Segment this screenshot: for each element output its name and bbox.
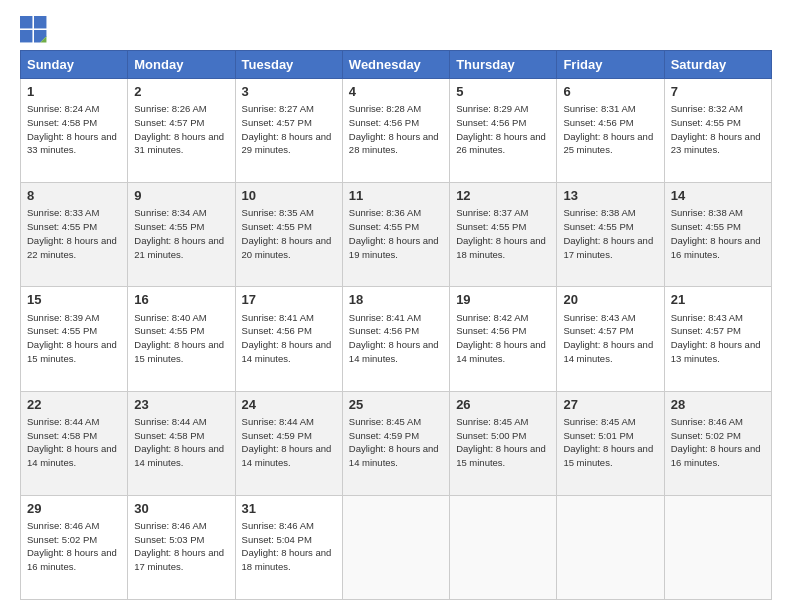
cell-info: Sunrise: 8:43 AMSunset: 4:57 PMDaylight:…: [671, 311, 765, 366]
day-number: 17: [242, 291, 336, 309]
day-number: 20: [563, 291, 657, 309]
cell-info: Sunrise: 8:29 AMSunset: 4:56 PMDaylight:…: [456, 102, 550, 157]
day-number: 18: [349, 291, 443, 309]
cell-info: Sunrise: 8:41 AMSunset: 4:56 PMDaylight:…: [349, 311, 443, 366]
calendar-cell: 15Sunrise: 8:39 AMSunset: 4:55 PMDayligh…: [21, 287, 128, 391]
calendar-cell: [450, 495, 557, 599]
day-number: 6: [563, 83, 657, 101]
col-header-thursday: Thursday: [450, 51, 557, 79]
week-row-4: 22Sunrise: 8:44 AMSunset: 4:58 PMDayligh…: [21, 391, 772, 495]
calendar-cell: 30Sunrise: 8:46 AMSunset: 5:03 PMDayligh…: [128, 495, 235, 599]
calendar-cell: 22Sunrise: 8:44 AMSunset: 4:58 PMDayligh…: [21, 391, 128, 495]
cell-info: Sunrise: 8:38 AMSunset: 4:55 PMDaylight:…: [563, 206, 657, 261]
cell-info: Sunrise: 8:24 AMSunset: 4:58 PMDaylight:…: [27, 102, 121, 157]
calendar-cell: 3Sunrise: 8:27 AMSunset: 4:57 PMDaylight…: [235, 79, 342, 183]
cell-info: Sunrise: 8:42 AMSunset: 4:56 PMDaylight:…: [456, 311, 550, 366]
calendar-cell: 11Sunrise: 8:36 AMSunset: 4:55 PMDayligh…: [342, 183, 449, 287]
cell-info: Sunrise: 8:39 AMSunset: 4:55 PMDaylight:…: [27, 311, 121, 366]
cell-info: Sunrise: 8:28 AMSunset: 4:56 PMDaylight:…: [349, 102, 443, 157]
week-row-5: 29Sunrise: 8:46 AMSunset: 5:02 PMDayligh…: [21, 495, 772, 599]
cell-info: Sunrise: 8:31 AMSunset: 4:56 PMDaylight:…: [563, 102, 657, 157]
calendar-cell: [557, 495, 664, 599]
day-number: 13: [563, 187, 657, 205]
top-bar: [20, 16, 772, 44]
logo: [20, 16, 52, 44]
day-number: 28: [671, 396, 765, 414]
day-number: 11: [349, 187, 443, 205]
calendar-cell: 5Sunrise: 8:29 AMSunset: 4:56 PMDaylight…: [450, 79, 557, 183]
cell-info: Sunrise: 8:46 AMSunset: 5:04 PMDaylight:…: [242, 519, 336, 574]
calendar-cell: 18Sunrise: 8:41 AMSunset: 4:56 PMDayligh…: [342, 287, 449, 391]
calendar-cell: 27Sunrise: 8:45 AMSunset: 5:01 PMDayligh…: [557, 391, 664, 495]
calendar-cell: 31Sunrise: 8:46 AMSunset: 5:04 PMDayligh…: [235, 495, 342, 599]
cell-info: Sunrise: 8:37 AMSunset: 4:55 PMDaylight:…: [456, 206, 550, 261]
cell-info: Sunrise: 8:32 AMSunset: 4:55 PMDaylight:…: [671, 102, 765, 157]
day-number: 23: [134, 396, 228, 414]
week-row-2: 8Sunrise: 8:33 AMSunset: 4:55 PMDaylight…: [21, 183, 772, 287]
calendar-cell: 4Sunrise: 8:28 AMSunset: 4:56 PMDaylight…: [342, 79, 449, 183]
cell-info: Sunrise: 8:45 AMSunset: 5:00 PMDaylight:…: [456, 415, 550, 470]
cell-info: Sunrise: 8:26 AMSunset: 4:57 PMDaylight:…: [134, 102, 228, 157]
day-number: 8: [27, 187, 121, 205]
calendar-cell: [342, 495, 449, 599]
day-number: 15: [27, 291, 121, 309]
week-row-1: 1Sunrise: 8:24 AMSunset: 4:58 PMDaylight…: [21, 79, 772, 183]
day-number: 22: [27, 396, 121, 414]
day-number: 5: [456, 83, 550, 101]
day-number: 4: [349, 83, 443, 101]
cell-info: Sunrise: 8:27 AMSunset: 4:57 PMDaylight:…: [242, 102, 336, 157]
calendar-cell: 8Sunrise: 8:33 AMSunset: 4:55 PMDaylight…: [21, 183, 128, 287]
col-header-monday: Monday: [128, 51, 235, 79]
calendar-cell: 12Sunrise: 8:37 AMSunset: 4:55 PMDayligh…: [450, 183, 557, 287]
calendar-cell: 9Sunrise: 8:34 AMSunset: 4:55 PMDaylight…: [128, 183, 235, 287]
week-row-3: 15Sunrise: 8:39 AMSunset: 4:55 PMDayligh…: [21, 287, 772, 391]
calendar-cell: 13Sunrise: 8:38 AMSunset: 4:55 PMDayligh…: [557, 183, 664, 287]
cell-info: Sunrise: 8:46 AMSunset: 5:02 PMDaylight:…: [27, 519, 121, 574]
cell-info: Sunrise: 8:34 AMSunset: 4:55 PMDaylight:…: [134, 206, 228, 261]
day-number: 26: [456, 396, 550, 414]
col-header-tuesday: Tuesday: [235, 51, 342, 79]
calendar-cell: 29Sunrise: 8:46 AMSunset: 5:02 PMDayligh…: [21, 495, 128, 599]
day-number: 7: [671, 83, 765, 101]
calendar-cell: 28Sunrise: 8:46 AMSunset: 5:02 PMDayligh…: [664, 391, 771, 495]
day-number: 2: [134, 83, 228, 101]
calendar-cell: 1Sunrise: 8:24 AMSunset: 4:58 PMDaylight…: [21, 79, 128, 183]
day-number: 3: [242, 83, 336, 101]
calendar-cell: 17Sunrise: 8:41 AMSunset: 4:56 PMDayligh…: [235, 287, 342, 391]
day-number: 12: [456, 187, 550, 205]
cell-info: Sunrise: 8:44 AMSunset: 4:59 PMDaylight:…: [242, 415, 336, 470]
calendar-cell: 16Sunrise: 8:40 AMSunset: 4:55 PMDayligh…: [128, 287, 235, 391]
calendar-cell: 6Sunrise: 8:31 AMSunset: 4:56 PMDaylight…: [557, 79, 664, 183]
svg-rect-2: [20, 30, 32, 42]
cell-info: Sunrise: 8:45 AMSunset: 5:01 PMDaylight:…: [563, 415, 657, 470]
calendar-cell: 10Sunrise: 8:35 AMSunset: 4:55 PMDayligh…: [235, 183, 342, 287]
day-number: 21: [671, 291, 765, 309]
cell-info: Sunrise: 8:46 AMSunset: 5:02 PMDaylight:…: [671, 415, 765, 470]
calendar-cell: 21Sunrise: 8:43 AMSunset: 4:57 PMDayligh…: [664, 287, 771, 391]
day-number: 31: [242, 500, 336, 518]
day-number: 9: [134, 187, 228, 205]
day-number: 27: [563, 396, 657, 414]
svg-rect-0: [20, 16, 32, 28]
col-header-wednesday: Wednesday: [342, 51, 449, 79]
day-number: 25: [349, 396, 443, 414]
cell-info: Sunrise: 8:35 AMSunset: 4:55 PMDaylight:…: [242, 206, 336, 261]
calendar-cell: 26Sunrise: 8:45 AMSunset: 5:00 PMDayligh…: [450, 391, 557, 495]
day-number: 30: [134, 500, 228, 518]
cell-info: Sunrise: 8:33 AMSunset: 4:55 PMDaylight:…: [27, 206, 121, 261]
calendar-cell: 20Sunrise: 8:43 AMSunset: 4:57 PMDayligh…: [557, 287, 664, 391]
calendar-table: SundayMondayTuesdayWednesdayThursdayFrid…: [20, 50, 772, 600]
calendar-cell: 23Sunrise: 8:44 AMSunset: 4:58 PMDayligh…: [128, 391, 235, 495]
logo-icon: [20, 16, 48, 44]
cell-info: Sunrise: 8:45 AMSunset: 4:59 PMDaylight:…: [349, 415, 443, 470]
calendar-cell: 19Sunrise: 8:42 AMSunset: 4:56 PMDayligh…: [450, 287, 557, 391]
day-number: 14: [671, 187, 765, 205]
calendar-cell: 7Sunrise: 8:32 AMSunset: 4:55 PMDaylight…: [664, 79, 771, 183]
col-header-friday: Friday: [557, 51, 664, 79]
col-header-saturday: Saturday: [664, 51, 771, 79]
day-number: 10: [242, 187, 336, 205]
calendar-cell: 24Sunrise: 8:44 AMSunset: 4:59 PMDayligh…: [235, 391, 342, 495]
calendar-cell: [664, 495, 771, 599]
cell-info: Sunrise: 8:44 AMSunset: 4:58 PMDaylight:…: [134, 415, 228, 470]
cell-info: Sunrise: 8:38 AMSunset: 4:55 PMDaylight:…: [671, 206, 765, 261]
